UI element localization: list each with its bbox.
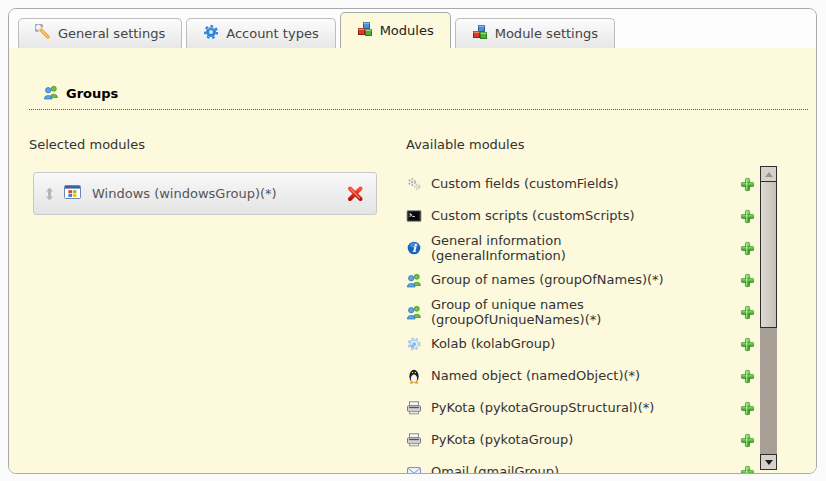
scroll-thumb[interactable] [760, 182, 777, 328]
tab-label: Account types [226, 26, 318, 41]
terminal-icon [406, 208, 422, 224]
section-header-groups: Groups [29, 84, 808, 110]
printer-icon [406, 400, 422, 416]
drag-handle-icon[interactable] [42, 187, 56, 201]
add-icon[interactable] [740, 177, 755, 192]
module-label: Named object (namedObject)(*) [431, 368, 640, 383]
tab-label: Modules [380, 23, 434, 38]
module-label: Kolab (kolabGroup) [431, 336, 555, 351]
tab-general-settings[interactable]: General settings [18, 18, 182, 48]
module-row-general-information: i General information (generalInformatio… [406, 232, 755, 264]
add-icon[interactable] [740, 209, 755, 224]
add-icon[interactable] [740, 433, 755, 448]
mail-icon [406, 464, 422, 474]
module-row-pykota-structural: PyKota (pykotaGroupStructural)(*) [406, 392, 755, 424]
section-title: Groups [66, 86, 118, 101]
module-label: Qmail (qmailGroup) [431, 464, 559, 474]
selected-module-label: Windows (windowsGroup)(*) [92, 186, 347, 201]
module-label: Group of names (groupOfNames)(*) [431, 272, 664, 287]
tab-modules[interactable]: Modules [340, 12, 451, 48]
printer-icon [406, 432, 422, 448]
module-row-group-of-unique-names: Group of unique names (groupOfUniqueName… [406, 296, 755, 328]
available-modules-heading: Available modules [406, 137, 808, 152]
modules-icon [472, 24, 488, 43]
module-label: Custom fields (customFields) [431, 176, 619, 191]
kolab-icon [406, 336, 422, 352]
modules-panel: Groups Selected modules [9, 48, 816, 473]
group-icon [406, 304, 422, 320]
tab-module-settings[interactable]: Module settings [455, 18, 615, 48]
settings-window: General settings Account types [8, 8, 817, 474]
add-icon[interactable] [740, 465, 755, 475]
module-label: PyKota (pykotaGroup) [431, 432, 573, 447]
tab-label: Module settings [495, 26, 598, 41]
scrollbar [760, 166, 777, 470]
scroll-down-button[interactable] [760, 454, 777, 470]
delete-icon[interactable] [347, 185, 364, 202]
add-icon[interactable] [740, 273, 755, 288]
module-row-custom-scripts: Custom scripts (customScripts) [406, 200, 755, 232]
penguin-icon [406, 368, 422, 384]
module-label: Group of unique names (groupOfUniqueName… [431, 297, 699, 328]
gears-icon [406, 176, 422, 192]
info-icon: i [406, 240, 422, 256]
add-icon[interactable] [740, 337, 755, 352]
selected-modules-heading: Selected modules [29, 137, 406, 152]
selected-module-row: Windows (windowsGroup)(*) [33, 172, 377, 215]
tab-label: General settings [58, 26, 165, 41]
triangle-up-icon [765, 172, 773, 177]
module-row-qmail: Qmail (qmailGroup) [406, 456, 755, 474]
module-row-group-of-names: Group of names (groupOfNames)(*) [406, 264, 755, 296]
tab-bar: General settings Account types [9, 9, 816, 48]
scroll-up-button[interactable] [760, 166, 777, 182]
add-icon[interactable] [740, 305, 755, 320]
add-icon[interactable] [740, 369, 755, 384]
group-icon [43, 84, 59, 103]
available-modules-list: Custom fields (customFields) [406, 168, 755, 474]
module-label: Custom scripts (customScripts) [431, 208, 635, 223]
add-icon[interactable] [740, 401, 755, 416]
wrench-icon [35, 24, 51, 43]
module-row-named-object: Named object (namedObject)(*) [406, 360, 755, 392]
module-row-kolab: Kolab (kolabGroup) [406, 328, 755, 360]
module-label: General information (generalInformation) [431, 233, 699, 264]
module-row-pykota: PyKota (pykotaGroup) [406, 424, 755, 456]
gear-icon [203, 24, 219, 43]
scroll-track[interactable] [760, 328, 777, 454]
windows-icon [64, 184, 81, 204]
group-icon [406, 272, 422, 288]
tab-account-types[interactable]: Account types [186, 18, 335, 48]
module-label: PyKota (pykotaGroupStructural)(*) [431, 400, 654, 415]
module-row-custom-fields: Custom fields (customFields) [406, 168, 755, 200]
add-icon[interactable] [740, 241, 755, 256]
modules-icon [357, 21, 373, 40]
triangle-down-icon [765, 460, 773, 465]
